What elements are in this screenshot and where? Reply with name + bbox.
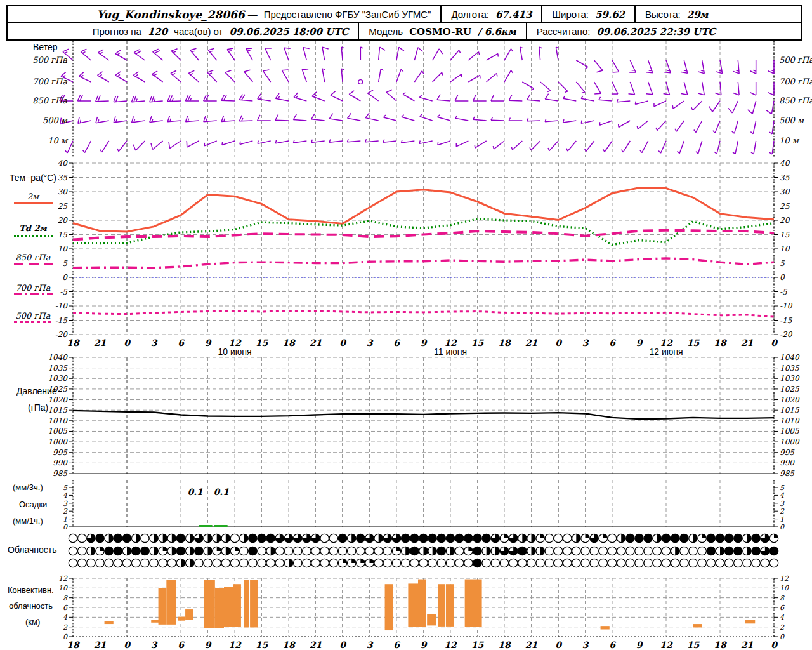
temp-ytick-left: -20 (55, 330, 69, 339)
pressure-ytick-right: 985 (780, 469, 795, 478)
hour-label: 0 (771, 338, 778, 348)
convective-bar (215, 588, 224, 628)
temp-ytick-right: -15 (780, 316, 793, 325)
convective-bar (438, 584, 445, 627)
wind-row-label-right: 700 гПа (779, 77, 812, 86)
conv-hour-label: 0 (124, 640, 131, 650)
wind-row-label-left: 700 гПа (32, 77, 67, 86)
convective-bar (465, 580, 482, 627)
temp-ytick-left: -15 (55, 316, 69, 325)
conv-hour-label: 12 (228, 640, 242, 650)
temp-ytick-right: 30 (780, 187, 790, 196)
hour-label: 6 (609, 338, 616, 348)
hour-label: 6 (393, 338, 400, 348)
pressure-ytick-left: 1035 (48, 364, 68, 373)
wind-row-label-right: 500 м (779, 116, 805, 125)
pressure-ytick-right: 1010 (780, 416, 800, 425)
wind-row-label-right: 10 м (779, 136, 800, 145)
temp-ytick-left: 20 (58, 216, 69, 225)
temp-ytick-right: 25 (780, 202, 790, 211)
temp-ytick-left: 35 (58, 173, 69, 182)
conv-ytick-right: 10 (780, 584, 789, 592)
hour-label: 3 (151, 338, 158, 348)
convective-bar (244, 580, 249, 627)
hour-label: 21 (525, 338, 538, 348)
hour-label: 0 (124, 338, 131, 348)
meteogram-plot: 500 гПа500 гПа700 гПа700 гПа850 гПа850 г… (0, 0, 812, 650)
precip-ytick-right: 0 (780, 523, 785, 531)
temp-ytick-left: 10 (58, 244, 69, 253)
conv-ytick-right: 8 (780, 594, 785, 602)
hour-label: 18 (282, 338, 296, 348)
conv-hour-label: 0 (339, 640, 346, 650)
pressure-ytick-left: 990 (53, 458, 68, 467)
wind-row-label-left: 850 гПа (32, 96, 67, 105)
temp-ytick-left: 25 (58, 202, 69, 211)
pressure-ytick-left: 1040 (48, 353, 68, 362)
convective-bar (233, 584, 241, 627)
precip-value-label: 0.1 (214, 487, 230, 497)
cloud-cover-chart (69, 534, 778, 567)
wind-row-label-left: 500 гПа (32, 55, 67, 65)
conv-hour-label: 9 (421, 640, 428, 650)
pressure-ytick-left: 1000 (48, 437, 68, 446)
pressure-ytick-left: 1005 (48, 427, 68, 435)
convective-bar (385, 584, 393, 630)
convective-bar (166, 580, 176, 625)
conv-hour-label: 3 (367, 640, 374, 650)
precip-value-label: 0.1 (187, 487, 203, 497)
conv-ytick-left: 10 (58, 584, 68, 592)
conv-hour-label: 12 (660, 640, 673, 650)
conv-ytick-left: 4 (63, 613, 68, 621)
hour-label: 21 (94, 338, 107, 348)
wind-row-label-left: 10 м (48, 136, 69, 145)
conv-ytick-left: 2 (63, 623, 68, 632)
precip-ytick-right: 1 (780, 515, 784, 524)
precip-bar (214, 525, 227, 527)
pressure-ytick-right: 1040 (780, 353, 800, 362)
pressure-ytick-left: 1020 (48, 395, 68, 404)
wind-barb-chart (60, 47, 774, 154)
hour-label: 0 (555, 338, 562, 348)
precip-ytick-right: 3 (780, 500, 785, 508)
hour-label: 9 (636, 338, 643, 348)
temp-ytick-right: 15 (780, 230, 790, 239)
precip-ytick-left: 0 (63, 523, 68, 531)
convective-bar (446, 584, 454, 627)
conv-hour-label: 9 (636, 640, 643, 650)
temp-ytick-right: 20 (780, 216, 790, 225)
temp-ytick-right: 0 (780, 273, 785, 282)
date-label: 10 июня (218, 347, 251, 357)
conv-hour-label: 18 (498, 640, 511, 650)
conv-hour-label: 0 (771, 640, 778, 650)
precip-ytick-left: 2 (63, 507, 68, 515)
conv-hour-label: 21 (310, 640, 322, 650)
convective-bar (418, 580, 426, 627)
conv-hour-label: 18 (67, 640, 80, 650)
pressure-ytick-left: 985 (53, 469, 68, 478)
conv-hour-label: 3 (151, 640, 158, 650)
hour-label: 18 (67, 338, 80, 348)
pressure-ytick-right: 1000 (780, 437, 800, 446)
temp-ytick-left: 15 (58, 230, 69, 239)
wind-row-label-left: 500 м (43, 116, 69, 125)
conv-hour-label: 0 (555, 640, 562, 650)
temp-ytick-right: 5 (780, 259, 785, 268)
convective-chart (69, 578, 778, 637)
precip-ytick-right: 5 (780, 484, 785, 492)
meteogram-page: Yug_Kondinskoye_28066 — Предоставлено ФГ… (0, 0, 812, 650)
conv-hour-label: 15 (471, 640, 485, 650)
conv-ytick-right: 12 (780, 574, 789, 583)
pressure-ytick-right: 1005 (780, 427, 800, 435)
wind-row-label-right: 850 гПа (779, 96, 812, 105)
hour-label: 15 (256, 338, 269, 348)
pressure-ytick-right: 1025 (780, 385, 800, 394)
temp-ytick-left: 30 (58, 187, 69, 196)
convective-bar (105, 621, 114, 624)
pressure-ytick-left: 1015 (48, 406, 68, 415)
temp-ytick-right: 35 (780, 173, 790, 182)
precip-ytick-left: 4 (63, 491, 68, 500)
temp-ytick-left: -5 (60, 288, 68, 296)
hour-label: 18 (714, 338, 727, 348)
temp-ytick-right: 10 (780, 244, 790, 253)
